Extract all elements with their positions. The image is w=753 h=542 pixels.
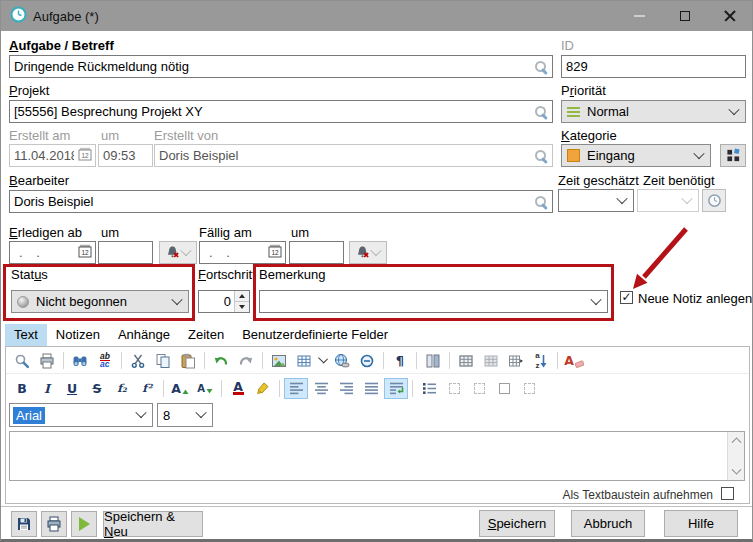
due-time-input[interactable] — [290, 242, 343, 263]
print-preview-button[interactable] — [10, 350, 34, 371]
scroll-down-button[interactable] — [728, 465, 744, 480]
subject-input[interactable] — [10, 56, 533, 77]
start-date-input[interactable] — [10, 242, 78, 263]
superscript-button[interactable]: f² — [135, 378, 159, 399]
bold-button[interactable]: B — [10, 378, 34, 399]
print-button[interactable] — [35, 350, 59, 371]
save-and-new-button[interactable]: Speichern & Neu — [103, 511, 203, 537]
close-button[interactable] — [707, 1, 752, 31]
save-icon-button[interactable] — [11, 511, 37, 537]
due-date-input[interactable] — [200, 242, 268, 263]
justify-button[interactable] — [359, 378, 383, 399]
due-date-field[interactable]: 12 — [199, 241, 286, 264]
time-estimated-label: Zeit geschätzt — [558, 173, 639, 188]
editor-text-body[interactable] — [10, 432, 727, 480]
start-time-field[interactable] — [98, 241, 153, 264]
columns-button[interactable] — [421, 350, 445, 371]
assignee-input[interactable] — [10, 191, 533, 212]
align-right-button[interactable] — [334, 378, 358, 399]
strikethrough-button[interactable]: S — [85, 378, 109, 399]
project-field[interactable] — [9, 100, 553, 123]
progress-spinner[interactable]: 0 — [198, 290, 250, 313]
calendar-icon[interactable]: 12 — [78, 244, 92, 262]
id-input[interactable] — [562, 56, 745, 77]
priority-label: Priorität — [561, 83, 606, 98]
italic-icon: I — [44, 381, 50, 396]
new-note-checkbox[interactable] — [620, 291, 633, 304]
align-left-button[interactable] — [284, 378, 308, 399]
formatting-marks-button[interactable]: ¶ — [388, 350, 412, 371]
table-shading-button[interactable] — [479, 350, 503, 371]
grow-font-button[interactable]: A — [168, 378, 192, 399]
editor-text-area[interactable] — [9, 431, 745, 481]
subscript-button[interactable]: f₂ — [110, 378, 134, 399]
priority-combobox[interactable]: Normal — [561, 100, 746, 123]
minimize-button[interactable] — [617, 1, 662, 31]
font-name-combobox[interactable]: Arial — [9, 403, 153, 427]
status-combobox[interactable]: Nicht begonnen — [11, 290, 189, 313]
time-estimated-combobox[interactable] — [558, 189, 634, 212]
redo-button[interactable] — [234, 350, 258, 371]
insert-table-dropdown[interactable] — [317, 350, 329, 371]
search-icon[interactable] — [533, 194, 549, 210]
category-value: Eingang — [587, 148, 635, 163]
sort-button[interactable]: az — [529, 350, 553, 371]
tab-zeiten[interactable]: Zeiten — [179, 324, 233, 346]
snippet-checkbox[interactable] — [721, 487, 734, 500]
subject-field[interactable] — [9, 55, 553, 78]
start-date-field[interactable]: 12 — [9, 241, 96, 264]
grow-font-icon: A — [171, 381, 189, 396]
font-size-combobox[interactable]: 8 — [157, 403, 213, 427]
insert-table-button[interactable] — [292, 350, 316, 371]
assignee-field[interactable] — [9, 190, 553, 213]
shrink-font-button[interactable]: A — [193, 378, 217, 399]
category-squares-icon — [726, 148, 741, 163]
delete-row-button[interactable] — [504, 350, 528, 371]
table-borders-button[interactable] — [454, 350, 478, 371]
scroll-up-button[interactable] — [728, 432, 744, 447]
search-icon[interactable] — [533, 59, 549, 75]
cut-button[interactable] — [126, 350, 150, 371]
start-time-input[interactable] — [99, 242, 152, 263]
remark-combobox[interactable] — [259, 290, 608, 313]
cancel-button[interactable]: Abbruch — [571, 510, 645, 537]
insert-image-button[interactable] — [267, 350, 291, 371]
insert-hyperlink-button[interactable] — [330, 350, 354, 371]
spin-down-button[interactable] — [235, 301, 249, 312]
line-break-button[interactable] — [384, 378, 408, 399]
project-input[interactable] — [10, 101, 533, 122]
tab-text[interactable]: Text — [5, 324, 47, 346]
find-button[interactable] — [68, 350, 92, 371]
tab-notizen[interactable]: Notizen — [47, 324, 109, 346]
help-button[interactable]: Hilfe — [664, 510, 738, 537]
category-combobox[interactable]: Eingang — [561, 144, 711, 167]
align-center-button[interactable] — [309, 378, 333, 399]
maximize-button[interactable] — [662, 1, 707, 31]
search-icon[interactable] — [533, 104, 549, 120]
tab-benutzerdefinierte-felder[interactable]: Benutzerdefinierte Felder — [233, 324, 397, 346]
list-button[interactable] — [417, 378, 441, 399]
vertical-scrollbar[interactable] — [727, 432, 744, 480]
underline-button[interactable]: U — [60, 378, 84, 399]
table-icon — [296, 353, 312, 369]
due-time-field[interactable] — [289, 241, 344, 264]
print-task-button[interactable] — [41, 511, 67, 537]
spin-up-button[interactable] — [235, 291, 249, 301]
insert-symbol-button[interactable] — [355, 350, 379, 371]
clear-formatting-button[interactable]: A — [562, 350, 586, 371]
created-date-input — [10, 145, 78, 166]
paste-button[interactable] — [176, 350, 200, 371]
font-color-button[interactable]: A — [226, 378, 250, 399]
highlight-button[interactable] — [251, 378, 275, 399]
category-manager-button[interactable] — [720, 144, 746, 167]
undo-button[interactable] — [209, 350, 233, 371]
calendar-icon[interactable]: 12 — [268, 244, 282, 262]
copy-button[interactable] — [151, 350, 175, 371]
progress-value[interactable]: 0 — [199, 291, 234, 312]
start-task-button[interactable] — [71, 511, 97, 537]
save-button[interactable]: Speichern — [479, 510, 555, 537]
id-field[interactable] — [561, 55, 746, 78]
replace-button[interactable]: abac — [93, 350, 117, 371]
italic-button[interactable]: I — [35, 378, 59, 399]
tab-anhaenge[interactable]: Anhänge — [109, 324, 179, 346]
